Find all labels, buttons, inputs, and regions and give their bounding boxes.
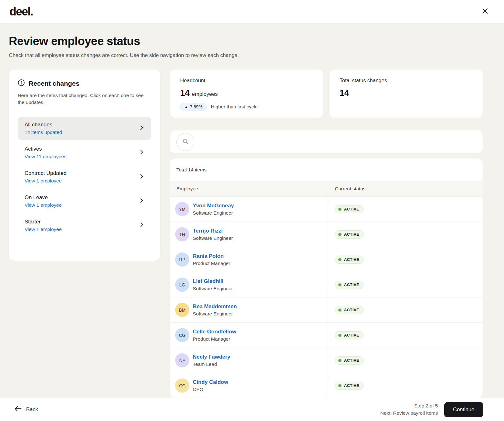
employee-name-link[interactable]: Celle Goodfellow <box>193 329 236 335</box>
status-badge: ACTIVE <box>335 331 364 339</box>
table-body: YM Yvon McGeneay Software Engineer ACTIV… <box>170 196 483 398</box>
table-row: BM Bea Meddemmen Software Engineer ACTIV… <box>170 297 483 322</box>
status-dot-icon <box>338 233 341 236</box>
change-item-label: Starter <box>25 219 62 225</box>
topbar: deel. <box>0 0 504 23</box>
sidebar-change-item[interactable]: Starter View 1 employee <box>18 214 151 237</box>
status-label: ACTIVE <box>344 257 359 262</box>
avatar: RP <box>175 252 189 267</box>
employee-name-link[interactable]: Terrijo Rizzi <box>193 228 233 234</box>
employee-cell: BM Bea Meddemmen Software Engineer <box>170 297 328 322</box>
step-label: Step 2 of 5 <box>380 402 438 409</box>
employee-cell: RP Rania Polon Product Manager <box>170 247 328 272</box>
status-badge: ACTIVE <box>335 306 364 314</box>
sidebar-change-item[interactable]: On Leave View 1 employee <box>18 190 151 213</box>
recent-changes-description: Here are the items that changed. Click o… <box>18 92 150 106</box>
search-bar <box>170 130 483 153</box>
chevron-right-icon <box>139 222 144 229</box>
status-dot-icon <box>338 334 341 337</box>
status-badge: ACTIVE <box>335 256 364 264</box>
avatar: BM <box>175 303 189 317</box>
change-item-link[interactable]: View 1 employee <box>25 178 66 184</box>
status-dot-icon <box>338 359 341 362</box>
status-badge: ACTIVE <box>335 356 364 365</box>
employee-role: Software Engineer <box>193 210 234 216</box>
change-item-label: Contract Updated <box>25 170 66 176</box>
status-cell: ACTIVE <box>328 247 483 272</box>
status-badge: ACTIVE <box>335 281 364 289</box>
employee-role: Software Engineer <box>193 311 237 317</box>
page-subtitle: Check that all employee status changes a… <box>9 52 483 58</box>
status-label: ACTIVE <box>344 207 359 211</box>
trend-up-icon: ▲ <box>185 105 188 108</box>
status-dot-icon <box>338 208 341 211</box>
employee-role: CEO <box>193 387 228 392</box>
search-button[interactable] <box>176 133 194 151</box>
status-dot-icon <box>338 283 341 286</box>
employee-name-link[interactable]: Yvon McGeneay <box>193 203 234 209</box>
avatar: NF <box>175 353 189 367</box>
chevron-right-icon <box>139 174 144 180</box>
recent-changes-panel: Recent changes Here are the items that c… <box>9 70 160 261</box>
sidebar-change-item[interactable]: All changes 14 items updated <box>18 117 151 140</box>
status-label: ACTIVE <box>344 308 359 312</box>
employee-cell: TR Terrijo Rizzi Software Engineer <box>170 222 328 247</box>
employee-name-link[interactable]: Rania Polon <box>193 253 230 259</box>
avatar: CG <box>175 328 189 342</box>
search-input[interactable] <box>199 130 476 153</box>
employee-status-table: Total 14 items Employee Current status Y… <box>170 159 483 398</box>
status-label: ACTIVE <box>344 283 359 287</box>
recent-changes-list: All changes 14 items updated Actives Vie… <box>18 117 151 237</box>
status-cell: ACTIVE <box>328 348 483 373</box>
status-cell: ACTIVE <box>328 272 483 297</box>
column-header-employee: Employee <box>170 181 328 196</box>
back-button[interactable]: Back <box>14 406 38 413</box>
next-step-label: Next: Review payroll items <box>380 410 438 417</box>
employee-role: Software Engineer <box>193 235 233 241</box>
employee-role: Product Manager <box>193 336 236 342</box>
headcount-card: Headcount 14 employees ▲ 7.69% Higher th… <box>170 70 323 118</box>
avatar: LG <box>175 278 189 292</box>
continue-button[interactable]: Continue <box>444 402 483 417</box>
column-header-current-status: Current status <box>328 181 483 196</box>
total-changes-title: Total status changes <box>340 78 472 84</box>
change-item-link[interactable]: View 1 employee <box>25 227 62 232</box>
employee-name-link[interactable]: Cindy Caldow <box>193 379 228 385</box>
status-label: ACTIVE <box>344 384 359 388</box>
employee-name-link[interactable]: Lief Gledhill <box>193 278 233 285</box>
sidebar-change-item[interactable]: Contract Updated View 1 employee <box>18 165 151 188</box>
trend-badge: ▲ 7.69% <box>180 103 207 111</box>
employee-role: Product Manager <box>193 261 230 266</box>
change-item-link[interactable]: 14 items updated <box>25 130 62 135</box>
main-content: Review employee status Check that all em… <box>0 35 504 398</box>
close-button[interactable] <box>480 7 490 17</box>
status-cell: ACTIVE <box>328 222 483 247</box>
trend-note: Higher than last cycle <box>211 104 258 110</box>
employee-cell: CC Cindy Caldow CEO <box>170 373 328 398</box>
status-label: ACTIVE <box>344 358 359 363</box>
avatar: CC <box>175 378 189 393</box>
chevron-right-icon <box>139 198 144 205</box>
headcount-title: Headcount <box>180 78 313 84</box>
status-badge: ACTIVE <box>335 230 364 239</box>
employee-cell: LG Lief Gledhill Software Engineer <box>170 272 328 297</box>
back-arrow-icon <box>14 406 22 413</box>
table-row: TR Terrijo Rizzi Software Engineer ACTIV… <box>170 222 483 247</box>
recent-changes-title: Recent changes <box>29 80 79 87</box>
change-item-link[interactable]: View 1 employee <box>25 202 62 208</box>
employee-name-link[interactable]: Bea Meddemmen <box>193 303 237 310</box>
trend-value: 7.69% <box>190 104 203 109</box>
change-item-label: Actives <box>25 146 66 152</box>
change-item-link[interactable]: View 11 employees <box>25 154 66 159</box>
employee-name-link[interactable]: Neely Fawdery <box>193 354 230 360</box>
info-icon <box>18 79 25 88</box>
status-dot-icon <box>338 384 341 387</box>
status-badge: ACTIVE <box>335 205 364 213</box>
chevron-right-icon <box>139 149 144 156</box>
total-changes-value: 14 <box>340 88 349 98</box>
table-total-label: Total 14 items <box>170 159 483 181</box>
sidebar-change-item[interactable]: Actives View 11 employees <box>18 141 151 164</box>
table-row: CC Cindy Caldow CEO ACTIVE <box>170 373 483 398</box>
deel-logo: deel. <box>9 5 33 18</box>
change-item-label: On Leave <box>25 194 62 201</box>
